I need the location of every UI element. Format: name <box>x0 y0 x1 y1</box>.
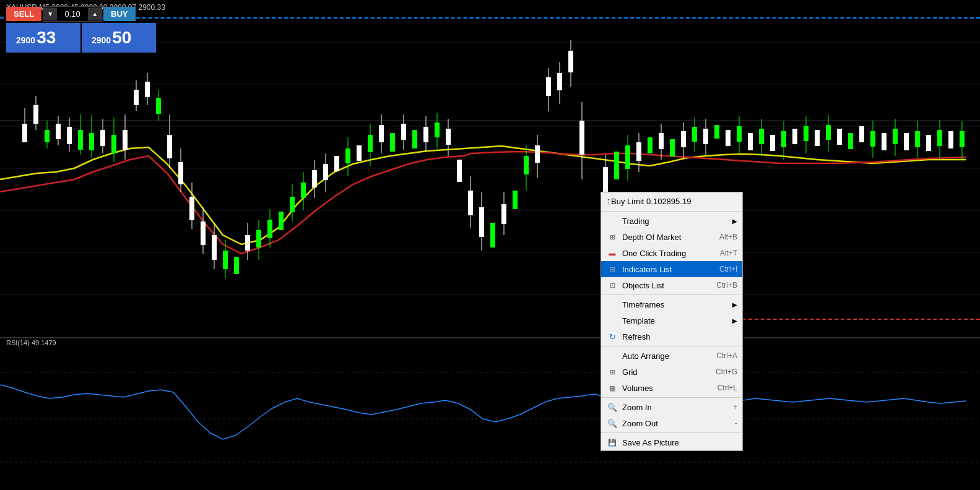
menu-separator-2 <box>601 294 742 295</box>
svg-rect-36 <box>167 135 172 158</box>
svg-rect-143 <box>726 130 731 146</box>
buy-button[interactable]: BUY <box>103 7 135 21</box>
depth-icon: ⊞ <box>606 232 618 242</box>
grid-icon: ⊞ <box>606 367 618 377</box>
menu-item-buy-limit[interactable]: ↑ Buy Limit 0.10 2895.19 <box>601 192 742 210</box>
svg-rect-171 <box>882 133 887 150</box>
qty-input[interactable] <box>57 7 88 21</box>
zoom-out-icon: 🔍 <box>606 418 618 428</box>
qty-decrease-button[interactable]: ▼ <box>43 8 57 20</box>
menu-item-volumes[interactable]: ▦ Volumes Ctrl+L <box>601 380 742 396</box>
svg-rect-52 <box>256 230 261 247</box>
svg-rect-100 <box>524 156 529 174</box>
menu-item-objects-list[interactable]: ⊡ Objects List Ctrl+B <box>601 277 742 293</box>
svg-rect-20 <box>78 130 83 150</box>
menu-label-refresh: Refresh <box>622 332 737 342</box>
timeframes-icon <box>606 299 618 309</box>
trade-controls: SELL ▼ ▲ BUY <box>6 6 156 22</box>
menu-label-template: Template <box>622 316 729 325</box>
svg-rect-104 <box>546 77 551 96</box>
trading-panel: SELL ▼ ▲ BUY 290033 290050 <box>6 6 156 53</box>
svg-rect-131 <box>659 133 664 149</box>
menu-label-volumes: Volumes <box>622 384 718 393</box>
svg-rect-159 <box>815 130 820 146</box>
menu-separator-3 <box>601 346 742 346</box>
svg-rect-183 <box>948 131 953 148</box>
svg-rect-137 <box>692 127 697 142</box>
menu-item-trading[interactable]: Trading ▶ <box>601 213 742 229</box>
svg-rect-84 <box>435 123 440 137</box>
trading-arrow-icon: ▶ <box>732 218 737 225</box>
context-menu: ↑ Buy Limit 0.10 2895.19 Trading ▶ ⊞ Dep… <box>601 192 743 451</box>
svg-rect-50 <box>245 235 250 251</box>
menu-item-auto-arrange[interactable]: Auto Arrange Ctrl+A <box>601 348 742 364</box>
template-icon <box>606 316 618 325</box>
svg-rect-110 <box>579 121 584 155</box>
svg-rect-34 <box>156 98 161 114</box>
svg-rect-151 <box>770 135 775 151</box>
svg-rect-133 <box>670 139 675 157</box>
rsi-chart <box>0 348 594 490</box>
menu-label-save-as-picture: Save As Picture <box>622 438 737 447</box>
menu-separator-5 <box>601 432 742 433</box>
svg-rect-78 <box>401 124 406 140</box>
svg-rect-92 <box>479 207 484 237</box>
menu-item-refresh[interactable]: ↻ Refresh <box>601 329 742 345</box>
svg-rect-106 <box>557 73 562 90</box>
one-click-icon: ▬ <box>606 248 618 258</box>
sell-price-display: 290033 <box>6 23 80 53</box>
menu-label-auto-arrange: Auto Arrange <box>622 351 716 361</box>
svg-rect-24 <box>100 130 105 146</box>
indicators-icon: ⊟ <box>606 264 618 274</box>
svg-rect-145 <box>737 126 742 142</box>
svg-rect-38 <box>178 162 183 184</box>
svg-rect-62 <box>312 170 317 187</box>
svg-rect-12 <box>33 105 38 124</box>
svg-rect-153 <box>781 131 786 147</box>
menu-label-grid: Grid <box>622 368 716 377</box>
volumes-shortcut: Ctrl+L <box>718 384 737 392</box>
svg-rect-123 <box>614 152 619 179</box>
menu-item-template[interactable]: Template ▶ <box>601 312 742 329</box>
menu-label-trading: Trading <box>622 217 729 226</box>
svg-rect-135 <box>681 131 686 147</box>
svg-rect-141 <box>714 125 719 139</box>
svg-rect-96 <box>501 204 506 224</box>
menu-item-zoom-in[interactable]: 🔍 Zoom In + <box>601 399 742 415</box>
menu-separator-4 <box>601 397 742 398</box>
svg-rect-88 <box>457 160 462 182</box>
svg-rect-58 <box>290 197 295 212</box>
svg-rect-48 <box>234 257 239 274</box>
svg-rect-32 <box>145 82 150 97</box>
svg-rect-60 <box>301 183 306 198</box>
menu-item-grid[interactable]: ⊞ Grid Ctrl+G <box>601 364 742 380</box>
menu-item-one-click-trading[interactable]: ▬ One Click Trading Alt+T <box>601 245 742 261</box>
qty-increase-button[interactable]: ▲ <box>88 8 102 20</box>
menu-item-zoom-out[interactable]: 🔍 Zoom Out - <box>601 415 742 431</box>
svg-rect-54 <box>267 220 272 238</box>
svg-rect-44 <box>212 235 217 260</box>
menu-separator-1 <box>601 211 742 212</box>
arrow-up-icon: ↑ <box>606 196 611 207</box>
menu-label-buy-limit: Buy Limit 0.10 <box>611 197 662 206</box>
svg-rect-82 <box>423 127 428 142</box>
zoom-in-shortcut: + <box>733 403 737 411</box>
menu-label-timeframes: Timeframes <box>622 300 729 309</box>
svg-rect-98 <box>513 191 518 209</box>
objects-icon: ⊡ <box>606 280 618 290</box>
menu-item-indicators-list[interactable]: ⊟ Indicators List Ctrl+I <box>601 261 742 277</box>
one-click-shortcut: Alt+T <box>720 249 737 257</box>
menu-label-one-click-trading: One Click Trading <box>622 249 720 258</box>
svg-rect-10 <box>22 124 27 142</box>
svg-rect-76 <box>390 133 395 152</box>
menu-item-timeframes[interactable]: Timeframes ▶ <box>601 296 742 312</box>
svg-rect-155 <box>792 129 797 144</box>
svg-rect-18 <box>67 127 72 144</box>
buy-price-prefix: 2900 <box>92 35 111 45</box>
svg-rect-169 <box>870 131 875 147</box>
menu-item-depth-of-market[interactable]: ⊞ Depth Of Market Alt+B <box>601 229 742 245</box>
svg-rect-90 <box>468 191 473 215</box>
svg-rect-139 <box>703 129 708 144</box>
sell-button[interactable]: SELL <box>6 7 41 21</box>
menu-item-save-as-picture[interactable]: 💾 Save As Picture <box>601 434 742 450</box>
